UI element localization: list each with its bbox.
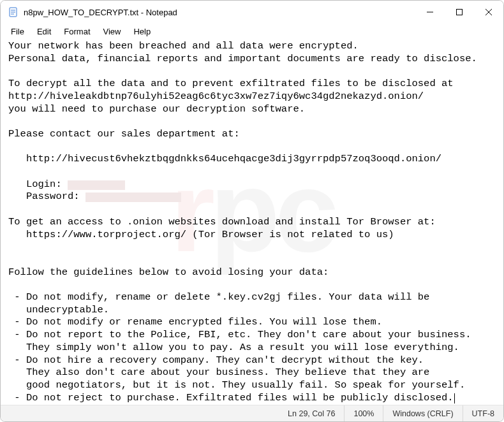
text-line: http://hiveleakdbtnp76ulyhi52eag6c6tyc3x… (8, 91, 424, 102)
text-line: Login: (8, 178, 68, 190)
text-line: - Do not report to the Police, FBI, etc.… (8, 329, 471, 340)
status-eol: Windows (CRLF) (383, 405, 462, 421)
text-line: Your network has been breached and all d… (8, 40, 359, 52)
text-line: good negotiators, but it is not. They us… (8, 379, 465, 391)
text-line: To get an access to .onion websites down… (8, 216, 436, 228)
menu-format[interactable]: Format (57, 25, 96, 38)
menu-view[interactable]: View (97, 25, 128, 38)
menu-file[interactable]: File (4, 25, 31, 38)
menu-edit[interactable]: Edit (31, 25, 57, 38)
text-line: http://hivecust6vhekztbqgdnkks64ucehqacg… (8, 153, 441, 164)
redacted-password (85, 193, 181, 202)
window-title: n8pw_HOW_TO_DECRYPT.txt - Notepad (24, 8, 177, 17)
text-line: Password: (8, 191, 85, 202)
text-line: - Do not modify, rename or delete *.key.… (8, 291, 436, 303)
text-line: - Do not reject to purchase. Exfiltrated… (8, 392, 454, 404)
text-line: To decrypt all the data and to prevent e… (8, 78, 459, 89)
text-line: Follow the guidelines below to avoid los… (8, 266, 329, 278)
text-line: undecryptable. (8, 304, 109, 316)
maximize-button[interactable] (445, 1, 474, 24)
text-line: They also don't care about your business… (8, 367, 436, 378)
notepad-icon (8, 7, 19, 17)
close-button[interactable] (474, 1, 503, 24)
redacted-login (68, 180, 125, 190)
text-caret (454, 393, 455, 404)
minimize-button[interactable] (415, 1, 445, 24)
titlebar[interactable]: n8pw_HOW_TO_DECRYPT.txt - Notepad (1, 1, 503, 24)
menu-help[interactable]: Help (127, 25, 157, 38)
status-encoding: UTF-8 (463, 405, 503, 421)
text-editor[interactable]: Your network has been breached and all d… (1, 39, 503, 405)
text-line: - Do not hire a recovery company. They c… (8, 354, 436, 366)
text-line: https://www.torproject.org/ (Tor Browser… (8, 229, 394, 240)
text-line: - Do not modify or rename encrypted file… (8, 316, 382, 328)
text-line: They simply won't allow you to pay. As a… (8, 342, 459, 353)
text-line: Personal data, financial reports and imp… (8, 53, 477, 64)
status-position: Ln 29, Col 76 (279, 405, 344, 421)
menubar: File Edit Format View Help (1, 24, 503, 39)
text-line: you will need to purchase our decryption… (8, 103, 305, 115)
status-zoom: 100% (344, 405, 383, 421)
svg-rect-5 (457, 10, 463, 15)
text-line: Please contact our sales department at: (8, 128, 240, 140)
statusbar: Ln 29, Col 76 100% Windows (CRLF) UTF-8 (1, 405, 503, 421)
notepad-window: rpc n8pw_HOW_TO_DECRYPT.txt - Notepad Fi… (0, 0, 504, 422)
